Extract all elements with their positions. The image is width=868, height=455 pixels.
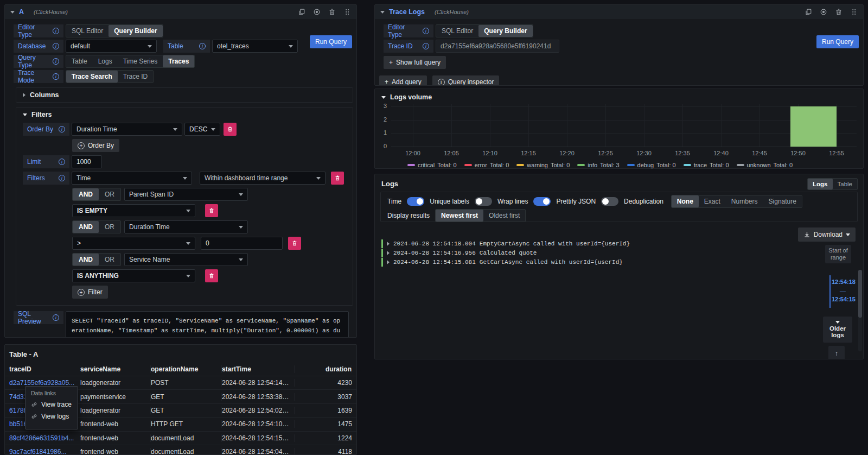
download-button[interactable]: Download xyxy=(798,228,856,242)
info-icon[interactable]: i xyxy=(53,43,59,49)
logs-volume-title[interactable]: Logs volume xyxy=(390,93,432,101)
view-table-option[interactable]: Table xyxy=(833,179,858,189)
view-trace-link[interactable]: View trace xyxy=(31,401,72,408)
info-icon[interactable]: i xyxy=(53,28,59,34)
trace-id-input[interactable] xyxy=(436,40,559,53)
dedup-numbers[interactable]: Numbers xyxy=(726,195,763,207)
older-logs-button[interactable]: Older logs xyxy=(823,317,852,343)
editor-type-sql-editor[interactable]: SQL Editor xyxy=(66,25,108,37)
info-icon[interactable]: i xyxy=(59,159,65,165)
collapse-chevron-icon[interactable] xyxy=(10,11,15,14)
remove-filter-button[interactable] xyxy=(205,269,218,282)
limit-input[interactable] xyxy=(72,155,102,168)
view-logs-option[interactable]: Logs xyxy=(808,179,832,189)
run-query-button[interactable]: Run Query xyxy=(310,35,352,48)
drag-handle-icon[interactable] xyxy=(343,8,351,16)
unique-labels-toggle[interactable] xyxy=(475,197,492,206)
or-option[interactable]: OR xyxy=(99,221,120,233)
info-icon[interactable]: i xyxy=(59,126,65,132)
expand-log-icon[interactable] xyxy=(387,260,390,264)
filter-value-input[interactable] xyxy=(201,237,283,250)
info-icon[interactable]: i xyxy=(53,314,59,321)
table-select[interactable]: otel_traces xyxy=(212,40,298,53)
log-line[interactable]: 2024-06-28 12:54:16.956Calculated quote xyxy=(381,249,798,257)
order-by-direction-select[interactable]: DESC xyxy=(184,123,220,136)
trash-icon[interactable] xyxy=(328,8,336,16)
legend-item-warning[interactable]: warningTotal: 0 xyxy=(516,162,570,168)
query-type-traces[interactable]: Traces xyxy=(163,55,194,67)
info-icon[interactable]: i xyxy=(423,43,429,49)
newest-first-option[interactable]: Newest first xyxy=(436,210,483,222)
log-timeline-bar[interactable] xyxy=(829,275,831,308)
filter-operator-select[interactable]: IS ANYTHING xyxy=(72,269,195,282)
legend-item-critical[interactable]: criticalTotal: 0 xyxy=(407,162,457,168)
query-type-logs[interactable]: Logs xyxy=(93,55,118,67)
column-header-duration[interactable]: duration xyxy=(295,365,352,373)
query-type-table[interactable]: Table xyxy=(66,55,93,67)
filters-section-header[interactable]: Filters xyxy=(16,108,353,122)
or-option[interactable]: OR xyxy=(99,254,120,266)
legend-item-info[interactable]: infoTotal: 3 xyxy=(577,162,619,168)
remove-filter-button[interactable] xyxy=(288,237,301,250)
editor-type-sql-editor[interactable]: SQL Editor xyxy=(436,25,478,37)
query-type-time-series[interactable]: Time Series xyxy=(118,55,163,67)
info-icon[interactable]: i xyxy=(59,175,65,181)
legend-item-error[interactable]: errorTotal: 0 xyxy=(464,162,509,168)
wrap-lines-toggle[interactable] xyxy=(533,197,551,206)
and-option[interactable]: AND xyxy=(73,188,99,200)
show-full-query-button[interactable]: +Show full query xyxy=(384,56,446,69)
drag-handle-icon[interactable] xyxy=(850,8,858,16)
filter-operator-select[interactable]: > xyxy=(72,237,195,250)
column-header-operationname[interactable]: operationName xyxy=(151,365,222,373)
panel-title[interactable]: Trace Logs xyxy=(389,8,425,16)
info-icon[interactable]: i xyxy=(53,73,59,80)
panel-title[interactable]: A xyxy=(19,8,24,16)
chart-plot-area[interactable] xyxy=(391,104,857,147)
remove-filter-button[interactable] xyxy=(331,172,344,185)
filter-operator-select[interactable]: IS EMPTY xyxy=(72,204,195,217)
view-logs-link[interactable]: View logs xyxy=(31,413,72,420)
columns-section[interactable]: Columns xyxy=(16,87,353,103)
chevron-down-icon[interactable] xyxy=(381,96,386,99)
or-option[interactable]: OR xyxy=(99,188,120,200)
info-icon[interactable]: i xyxy=(423,28,429,34)
info-icon[interactable]: i xyxy=(199,43,206,49)
legend-item-debug[interactable]: debugTotal: 0 xyxy=(627,162,676,168)
legend-item-trace[interactable]: traceTotal: 0 xyxy=(684,162,729,168)
dedup-none[interactable]: None xyxy=(672,195,699,207)
filter-field-select[interactable]: Service Name xyxy=(124,253,248,266)
add-order-by-button[interactable]: +Order By xyxy=(72,139,119,152)
add-filter-button[interactable]: +Filter xyxy=(72,286,108,299)
and-option[interactable]: AND xyxy=(73,254,99,266)
volume-bar-info[interactable] xyxy=(790,106,837,147)
eye-icon[interactable] xyxy=(313,8,321,16)
trace-id-link[interactable]: 89cf4286e631591b4... xyxy=(9,434,80,442)
copy-icon[interactable] xyxy=(805,8,812,16)
add-query-button[interactable]: +Add query xyxy=(379,75,427,86)
and-option[interactable]: AND xyxy=(73,221,99,233)
column-header-traceid[interactable]: traceID xyxy=(9,365,80,373)
editor-type-query-builder[interactable]: Query Builder xyxy=(108,25,162,37)
filter-time-operator-select[interactable]: Within dashboard time range xyxy=(200,172,326,185)
trace-mode-trace-search[interactable]: Trace Search xyxy=(66,71,118,83)
info-icon[interactable]: i xyxy=(53,58,59,65)
copy-icon[interactable] xyxy=(298,8,305,16)
dedup-exact[interactable]: Exact xyxy=(699,195,726,207)
scrollbar-thumb[interactable] xyxy=(858,270,862,318)
oldest-first-option[interactable]: Oldest first xyxy=(483,210,525,222)
logs-scrollbar[interactable] xyxy=(858,270,862,351)
column-header-servicename[interactable]: serviceName xyxy=(80,365,151,373)
eye-icon[interactable] xyxy=(820,8,827,16)
collapse-chevron-icon[interactable] xyxy=(380,11,385,14)
remove-order-by-button[interactable] xyxy=(224,123,237,136)
log-line[interactable]: 2024-06-28 12:54:18.004EmptyCartAsync ca… xyxy=(381,239,798,248)
filter-field-select[interactable]: Duration Time xyxy=(124,220,248,233)
query-inspector-button[interactable]: iQuery inspector xyxy=(432,75,500,86)
expand-log-icon[interactable] xyxy=(387,242,390,246)
dedup-signature[interactable]: Signature xyxy=(763,195,802,207)
order-by-field-select[interactable]: Duration Time xyxy=(72,123,182,136)
column-header-starttime[interactable]: startTime xyxy=(222,365,295,373)
trace-mode-trace-id[interactable]: Trace ID xyxy=(118,71,154,83)
prettify-json-toggle[interactable] xyxy=(601,197,618,206)
database-select[interactable]: default xyxy=(66,40,157,53)
